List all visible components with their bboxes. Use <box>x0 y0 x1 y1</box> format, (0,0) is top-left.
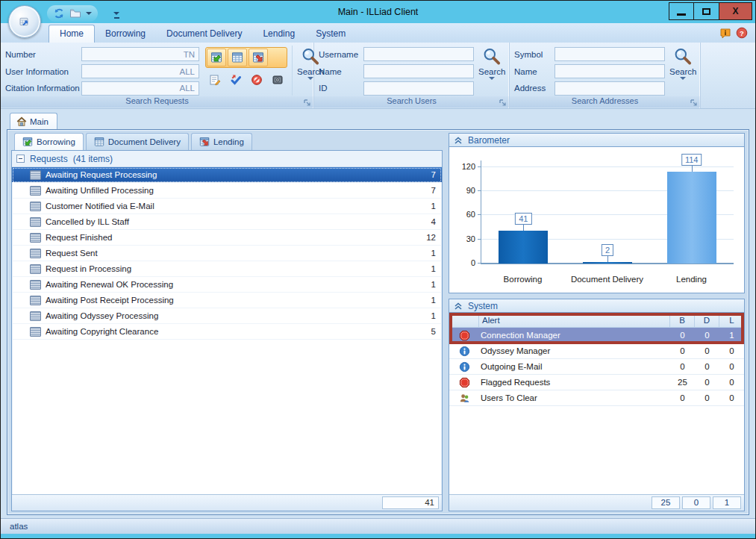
application-menu-button[interactable] <box>8 5 41 38</box>
column-l[interactable]: L <box>719 313 744 327</box>
column-alert[interactable]: Alert <box>479 313 670 327</box>
alert-count-d: 0 <box>695 331 719 340</box>
refresh-icon[interactable] <box>53 7 65 19</box>
collapse-minus-icon[interactable] <box>16 155 25 163</box>
request-grid-icon <box>30 264 41 274</box>
alert-count-b: 25 <box>670 378 695 387</box>
system-table-rows: Connection Manager001Odyssey Manager000O… <box>449 328 744 406</box>
column-d[interactable]: D <box>695 313 719 327</box>
chart-label-connector <box>607 256 608 262</box>
search-users-button[interactable]: Search <box>474 46 507 96</box>
symbol-input[interactable] <box>554 47 665 61</box>
ribbon-tab-system[interactable]: System <box>305 25 356 43</box>
request-status-row[interactable]: Cancelled by ILL Staff4 <box>12 214 442 230</box>
dialog-launcher-icon[interactable] <box>303 99 311 107</box>
request-status-label: Awaiting Request Processing <box>46 170 157 179</box>
close-icon: X <box>732 6 738 16</box>
collapse-chevrons-icon[interactable] <box>454 136 463 145</box>
barometer-panel-header[interactable]: Barometer <box>449 133 745 147</box>
alert-label: Outgoing E-Mail <box>479 362 670 371</box>
dialog-launcher-icon[interactable] <box>690 99 698 107</box>
request-status-row[interactable]: Awaiting Odyssey Processing1 <box>12 308 442 324</box>
search-addresses-button-label: Search <box>669 67 696 76</box>
system-total-d: 0 <box>682 496 710 509</box>
system-alert-row[interactable]: Users To Clear000 <box>449 390 744 406</box>
folder-dropdown-icon[interactable] <box>86 12 92 15</box>
edit-request-button[interactable] <box>205 71 225 89</box>
help-icon[interactable] <box>736 27 748 39</box>
barometer-chart: 0306090120412114 BorrowingDocument Deliv… <box>449 147 745 293</box>
number-input[interactable] <box>81 47 199 61</box>
system-alert-row[interactable]: Odyssey Manager000 <box>449 343 744 359</box>
tab-lending[interactable]: Lending <box>191 133 252 150</box>
request-status-row[interactable]: Customer Notified via E-Mail1 <box>12 199 442 214</box>
ribbon-tab-document-delivery[interactable]: Document Delivery <box>156 25 252 43</box>
archive-request-button[interactable] <box>268 71 287 89</box>
request-status-row[interactable]: Awaiting Unfilled Processing7 <box>12 183 442 199</box>
request-status-row[interactable]: Awaiting Request Processing7 <box>12 167 442 183</box>
customize-toolbar-button[interactable] <box>111 8 122 19</box>
request-status-row[interactable]: Awaiting Renewal OK Processing1 <box>12 277 442 293</box>
username-input[interactable] <box>363 47 474 61</box>
request-count: 1 <box>431 264 436 273</box>
cancel-request-button[interactable] <box>247 71 266 89</box>
close-button[interactable]: X <box>719 2 752 20</box>
id-input[interactable] <box>363 81 474 96</box>
tab-borrowing[interactable]: Borrowing <box>14 133 84 150</box>
system-panel-header[interactable]: System <box>449 299 745 313</box>
ribbon-tab-borrowing[interactable]: Borrowing <box>95 25 156 43</box>
user-information-input[interactable] <box>81 64 199 78</box>
borrowing-grid-button[interactable] <box>207 49 226 66</box>
requests-group-title: Requests <box>30 154 68 164</box>
search-icon <box>673 47 693 66</box>
tab-document-delivery-label: Document Delivery <box>108 137 181 146</box>
request-status-label: Awaiting Post Receipt Processing <box>46 296 174 305</box>
search-addresses-button[interactable]: Search <box>665 46 698 96</box>
collapse-chevrons-icon[interactable] <box>454 302 463 311</box>
request-status-row[interactable]: Awaiting Copyright Clearance5 <box>12 324 442 340</box>
document-tab-main[interactable]: Main <box>10 113 57 129</box>
window-controls: X <box>669 2 752 20</box>
table-green-arrow-icon <box>210 52 222 63</box>
about-bubble-icon[interactable] <box>719 27 731 39</box>
table-icon <box>231 52 243 63</box>
chart-bar-lending <box>667 172 716 264</box>
request-grid-icon <box>30 202 41 211</box>
request-status-label: Request Finished <box>46 233 113 242</box>
system-alert-row[interactable]: Connection Manager001 <box>449 328 744 343</box>
request-status-row[interactable]: Request in Processing1 <box>12 261 442 277</box>
alert-count-b: 0 <box>670 346 695 355</box>
request-status-row[interactable]: Request Sent1 <box>12 246 442 261</box>
chevron-down-icon <box>113 12 119 15</box>
barometer-panel-title: Barometer <box>468 135 510 146</box>
field-label-id: ID <box>319 84 363 93</box>
ribbon-tab-home[interactable]: Home <box>49 25 95 43</box>
address-name-input[interactable] <box>554 64 665 78</box>
check-request-button[interactable] <box>226 71 246 89</box>
folder-icon[interactable] <box>69 7 81 19</box>
document-delivery-grid-button[interactable] <box>228 49 247 66</box>
dialog-launcher-icon[interactable] <box>499 99 507 107</box>
user-name-input[interactable] <box>363 64 474 78</box>
system-alert-row[interactable]: Outgoing E-Mail000 <box>449 359 744 375</box>
status-text: atlas <box>10 522 28 531</box>
ribbon-tab-strip: Home Borrowing Document Delivery Lending… <box>1 23 755 43</box>
requests-group-header[interactable]: Requests (41 items) <box>12 151 442 167</box>
tab-document-delivery[interactable]: Document Delivery <box>86 133 189 150</box>
address-input[interactable] <box>554 81 665 96</box>
request-status-row[interactable]: Request Finished12 <box>12 230 442 246</box>
minimize-button[interactable] <box>669 2 694 20</box>
group-label-search-addresses: Search Addresses <box>510 96 700 108</box>
chart-y-tick-label: 120 <box>462 162 475 171</box>
request-status-row[interactable]: Awaiting Post Receipt Processing1 <box>12 293 442 308</box>
customize-bar-icon <box>114 17 119 19</box>
maximize-button[interactable] <box>694 2 719 20</box>
column-b[interactable]: B <box>670 313 695 327</box>
lending-grid-button[interactable] <box>249 49 268 66</box>
field-label-symbol: Symbol <box>514 50 554 59</box>
citation-information-input[interactable] <box>81 81 199 96</box>
ribbon-tab-lending[interactable]: Lending <box>252 25 305 43</box>
table-icon <box>94 137 104 147</box>
alert-label: Users To Clear <box>479 393 670 402</box>
system-alert-row[interactable]: Flagged Requests2500 <box>449 375 744 390</box>
